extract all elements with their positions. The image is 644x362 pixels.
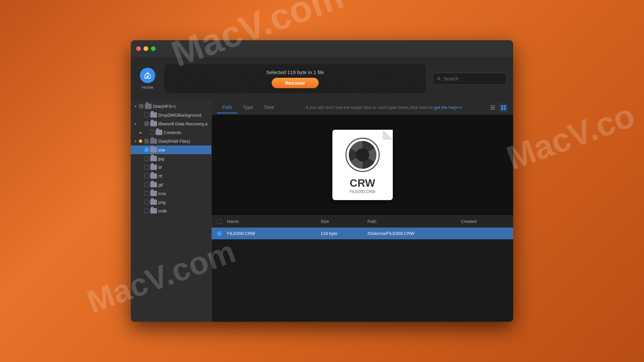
checkbox-rtf[interactable] xyxy=(144,174,149,178)
content-area: Path Type Time If you still don't see th… xyxy=(212,101,513,322)
sidebar-label-tif: tif xyxy=(158,165,162,170)
folder-icon xyxy=(150,156,157,161)
tab-type[interactable]: Type xyxy=(237,102,258,113)
grid-view-icon[interactable] xyxy=(499,103,508,112)
left-panel: ▼ Disk(HFS+) DropDMGBackground ▼ iBeesof… xyxy=(131,101,211,322)
list-view-icon[interactable] xyxy=(488,103,497,112)
folder-icon xyxy=(150,138,157,144)
sidebar-item-disk-hfs[interactable]: ▼ Disk(HFS+) xyxy=(131,102,211,111)
home-label: Home xyxy=(142,85,154,90)
sidebar-label-disk-hfs: Disk(HFS+) xyxy=(153,104,176,109)
checkbox-gif[interactable] xyxy=(144,182,149,187)
svg-rect-5 xyxy=(501,105,503,107)
search-box xyxy=(433,73,506,85)
maximize-button[interactable] xyxy=(151,46,156,51)
traffic-lights xyxy=(136,46,156,51)
checkbox-file000[interactable] xyxy=(217,231,222,236)
sidebar-item-crw[interactable]: crw xyxy=(131,145,211,154)
folder-icon xyxy=(150,191,157,196)
checkbox-dropdmg[interactable] xyxy=(144,113,149,117)
file-preview-icon: CRW FILE000.CRW xyxy=(332,130,393,200)
sidebar-label-ibeesoft: iBeesoft Data Recovery.a xyxy=(158,121,207,126)
file-table: Name Size Path Created FILE000.CRW 119 b… xyxy=(212,215,513,239)
sidebar-item-ibeesoft[interactable]: ▼ iBeesoft Data Recovery.a xyxy=(131,119,211,128)
app-window: Home Selected 119 byte in 1 file Recover… xyxy=(131,40,513,322)
home-icon xyxy=(140,68,155,83)
sidebar-item-disk-raw[interactable]: ▼ Disk(RAW Files) xyxy=(131,137,211,145)
table-header-created: Created xyxy=(461,219,508,224)
checkbox-tif[interactable] xyxy=(144,165,149,170)
sidebar-label-crw: crw xyxy=(158,147,165,153)
folder-icon xyxy=(150,208,157,214)
home-button[interactable]: Home xyxy=(138,68,158,90)
chevron-icon: ▶ xyxy=(139,131,143,134)
svg-line-1 xyxy=(440,79,441,80)
checkbox-ibeesoft[interactable] xyxy=(144,121,149,126)
checkbox-disk-hfs[interactable] xyxy=(139,104,144,109)
sidebar-item-png[interactable]: png xyxy=(131,198,211,206)
folder-icon xyxy=(150,173,157,179)
sidebar-label-icns: icns xyxy=(158,191,166,196)
top-area: Home Selected 119 byte in 1 file Recover xyxy=(131,57,513,101)
sidebar-label-contents: Contents xyxy=(164,130,181,135)
title-bar xyxy=(131,40,513,57)
svg-rect-7 xyxy=(501,108,503,110)
checkbox-all[interactable] xyxy=(217,219,222,224)
row-size: 119 byte xyxy=(321,231,368,236)
sidebar-item-jpg[interactable]: jpg xyxy=(131,154,211,163)
recover-button[interactable]: Recover xyxy=(272,78,318,88)
svg-rect-4 xyxy=(490,109,495,110)
crw-filename-label: FILE000.CRW xyxy=(350,189,375,194)
folder-icon xyxy=(150,199,157,205)
folder-icon xyxy=(150,182,157,187)
tab-path[interactable]: Path xyxy=(217,102,237,113)
sidebar-item-rtf[interactable]: rtf xyxy=(131,172,211,180)
close-button[interactable] xyxy=(136,46,141,51)
help-static-text: If you still don't see the target files … xyxy=(306,105,434,110)
checkbox-crw[interactable] xyxy=(144,147,149,152)
row-checkbox[interactable] xyxy=(217,231,227,236)
sidebar-label-gif: gif xyxy=(158,182,163,187)
sidebar-item-gif[interactable]: gif xyxy=(131,180,211,189)
svg-point-0 xyxy=(437,77,440,80)
table-header-check xyxy=(217,219,227,224)
chevron-icon: ▼ xyxy=(133,139,138,143)
row-path: /Disk/crw/FILE000.CRW xyxy=(368,231,461,236)
help-link[interactable]: get the help>> xyxy=(434,105,462,110)
sidebar-item-icns[interactable]: icns xyxy=(131,189,211,198)
sidebar-label-disk-raw: Disk(RAW Files) xyxy=(158,139,190,144)
chevron-icon: ▼ xyxy=(133,122,138,126)
sidebar-label-mdb: mdb xyxy=(158,208,167,214)
checkbox-png[interactable] xyxy=(144,200,149,204)
checkbox-jpg[interactable] xyxy=(144,156,149,161)
yellow-dot-icon xyxy=(139,139,142,143)
sidebar-label-png: png xyxy=(158,200,166,205)
sidebar-item-contents[interactable]: ▶ Contents xyxy=(131,128,211,137)
checkbox-mdb[interactable] xyxy=(144,208,149,213)
watermark-right: MacV.co xyxy=(502,96,640,178)
sidebar-item-mdb[interactable]: mdb xyxy=(131,206,211,215)
table-header-name: Name xyxy=(227,219,321,224)
sidebar-label-dropdmg: DropDMGBackground xyxy=(158,113,201,118)
right-panel: CRW FILE000.CRW Name Size Path Created xyxy=(212,115,513,322)
search-icon xyxy=(437,76,441,81)
checkbox-icns[interactable] xyxy=(144,191,149,196)
checkbox-contents[interactable] xyxy=(150,130,154,135)
checkbox-disk-raw[interactable] xyxy=(144,139,149,143)
sidebar-item-tif[interactable]: tif xyxy=(131,163,211,172)
sidebar-label-jpg: jpg xyxy=(158,156,164,161)
main-content: ▼ Disk(HFS+) DropDMGBackground ▼ iBeesof… xyxy=(131,101,513,322)
table-row[interactable]: FILE000.CRW 119 byte /Disk/crw/FILE000.C… xyxy=(212,228,513,239)
tab-time[interactable]: Time xyxy=(258,102,279,113)
table-header-path: Path xyxy=(368,219,461,224)
header-info-box: Selected 119 byte in 1 file Recover xyxy=(164,64,426,93)
sidebar-item-dropdmg[interactable]: DropDMGBackground xyxy=(131,111,211,119)
folder-icon xyxy=(150,112,157,118)
preview-area: CRW FILE000.CRW xyxy=(212,115,513,215)
svg-point-11 xyxy=(356,148,369,162)
svg-rect-8 xyxy=(504,108,506,110)
tabs-row: Path Type Time If you still don't see th… xyxy=(212,101,513,115)
search-input[interactable] xyxy=(443,76,502,81)
minimize-button[interactable] xyxy=(144,46,148,51)
view-icons xyxy=(488,103,508,112)
